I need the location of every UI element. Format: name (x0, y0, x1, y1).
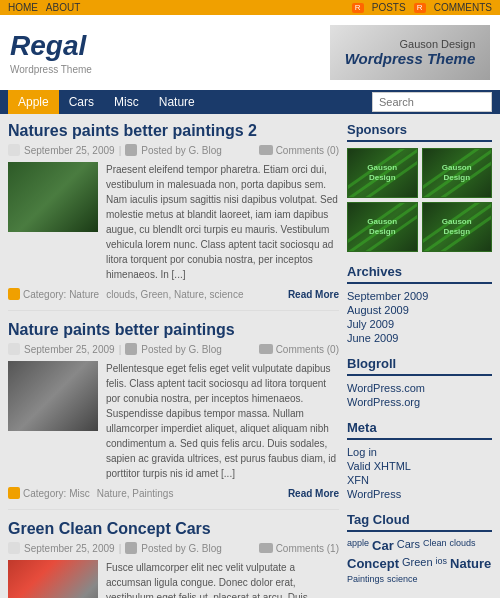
calendar-icon-1 (8, 144, 20, 156)
archives-title: Archives (347, 264, 492, 284)
sponsor-3-text: GausonDesign (367, 217, 397, 236)
nav: Apple Cars Misc Nature (0, 90, 500, 114)
archive-jun2009[interactable]: June 2009 (347, 332, 492, 344)
archive-list: September 2009 August 2009 July 2009 Jun… (347, 290, 492, 344)
post-1-date: September 25, 2009 (24, 145, 115, 156)
cat-icon-1 (8, 288, 20, 300)
tag-concept[interactable]: Concept (347, 556, 399, 571)
sidebar: Sponsors GausonDesign Ga (347, 122, 492, 598)
post-2-text: Pellentesque eget felis eget velit vulpu… (106, 361, 339, 481)
tag-cars[interactable]: Cars (397, 538, 420, 553)
meta-section: Meta Log in Valid XHTML XFN WordPress (347, 420, 492, 500)
sponsor-grid: GausonDesign GausonDesign (347, 148, 492, 252)
post-1-title[interactable]: Natures paints better paintings 2 (8, 122, 339, 140)
post-1-author: Posted by G. Blog (141, 145, 222, 156)
post-2-date: September 25, 2009 (24, 344, 115, 355)
post-3-thumb (8, 560, 98, 598)
top-bar-right: R POSTS R COMMENTS (352, 2, 492, 13)
meta-xhtml[interactable]: Valid XHTML (347, 460, 492, 472)
tag-paintings[interactable]: Paintings (347, 574, 384, 584)
posts-link[interactable]: POSTS (372, 2, 406, 13)
calendar-icon-3 (8, 542, 20, 554)
archive-sep2009[interactable]: September 2009 (347, 290, 492, 302)
logo-subtitle: Wordpress Theme (10, 64, 92, 75)
comment-icon-2 (259, 344, 273, 354)
meta-xfn[interactable]: XFN (347, 474, 492, 486)
nav-nature[interactable]: Nature (149, 90, 205, 114)
post-3: Green Clean Concept Cars September 25, 2… (8, 520, 339, 598)
about-link[interactable]: ABOUT (46, 2, 80, 13)
user-icon-1 (125, 144, 137, 156)
post-1-readmore[interactable]: Read More (288, 289, 339, 300)
post-2-content: Pellentesque eget felis eget velit vulpu… (8, 361, 339, 481)
search-input[interactable] (372, 92, 492, 112)
blogroll-title: Blogroll (347, 356, 492, 376)
post-1-text: Praesent eleifend tempor pharetra. Etiam… (106, 162, 339, 282)
post-3-comments: Comments (1) (259, 543, 339, 554)
post-2-readmore[interactable]: Read More (288, 488, 339, 499)
post-2: Nature paints better paintings September… (8, 321, 339, 510)
post-2-title[interactable]: Nature paints better paintings (8, 321, 339, 339)
post-3-meta: September 25, 2009 | Posted by G. Blog C… (8, 542, 339, 554)
user-icon-2 (125, 343, 137, 355)
tag-nature[interactable]: Nature (450, 556, 491, 571)
tag-clouds[interactable]: clouds (449, 538, 475, 553)
sponsor-1[interactable]: GausonDesign (347, 148, 418, 198)
post-1-meta: September 25, 2009 | Posted by G. Blog C… (8, 144, 339, 156)
post-2-cat: Category: Misc Nature, Paintings (8, 487, 173, 499)
home-link[interactable]: HOME (8, 2, 38, 13)
sponsor-2-text: GausonDesign (442, 163, 472, 182)
blogroll-wporg[interactable]: WordPress.org (347, 396, 492, 408)
cat-icon-2 (8, 487, 20, 499)
comment-icon-3 (259, 543, 273, 553)
comment-icon-1 (259, 145, 273, 155)
meta-title: Meta (347, 420, 492, 440)
sponsor-3[interactable]: GausonDesign (347, 202, 418, 252)
nav-apple[interactable]: Apple (8, 90, 59, 114)
blogroll-list: WordPress.com WordPress.org (347, 382, 492, 408)
post-1: Natures paints better paintings 2 Septem… (8, 122, 339, 311)
logo: Regal Wordpress Theme (10, 30, 92, 76)
post-1-thumb (8, 162, 98, 232)
banner-line2: Wordpress Theme (345, 50, 476, 67)
post-2-thumb (8, 361, 98, 431)
logo-banner: Gauson Design Wordpress Theme (330, 25, 490, 80)
post-1-footer: Category: Nature clouds, Green, Nature, … (8, 288, 339, 300)
blogroll-wpcom[interactable]: WordPress.com (347, 382, 492, 394)
tag-green[interactable]: Green (402, 556, 433, 571)
logo-area: Regal Wordpress Theme Gauson Design Word… (0, 15, 500, 90)
tag-science[interactable]: science (387, 574, 418, 584)
rss-icon2: R (414, 3, 426, 13)
tag-ios[interactable]: ios (436, 556, 448, 571)
archive-aug2009[interactable]: August 2009 (347, 304, 492, 316)
archive-jul2009[interactable]: July 2009 (347, 318, 492, 330)
post-3-title[interactable]: Green Clean Concept Cars (8, 520, 339, 538)
meta-login[interactable]: Log in (347, 446, 492, 458)
nav-cars[interactable]: Cars (59, 90, 104, 114)
meta-list: Log in Valid XHTML XFN WordPress (347, 446, 492, 500)
tag-clean[interactable]: Clean (423, 538, 447, 553)
top-bar: HOME ABOUT R POSTS R COMMENTS (0, 0, 500, 15)
post-2-meta: September 25, 2009 | Posted by G. Blog C… (8, 343, 339, 355)
sponsor-4[interactable]: GausonDesign (422, 202, 493, 252)
banner-line1: Gauson Design (345, 38, 476, 50)
meta-wordpress[interactable]: WordPress (347, 488, 492, 500)
sponsors-section: Sponsors GausonDesign Ga (347, 122, 492, 252)
comments-link[interactable]: COMMENTS (434, 2, 492, 13)
post-3-author: Posted by G. Blog (141, 543, 222, 554)
blogroll-section: Blogroll WordPress.com WordPress.org (347, 356, 492, 408)
tag-cloud: apple Car Cars Clean clouds Concept Gree… (347, 538, 492, 584)
post-3-content: Fusce ullamcorper elit nec velit vulputa… (8, 560, 339, 598)
post-1-cat: Category: Nature clouds, Green, Nature, … (8, 288, 243, 300)
tag-apple[interactable]: apple (347, 538, 369, 553)
nav-links: Apple Cars Misc Nature (8, 90, 205, 114)
post-2-comments: Comments (0) (259, 344, 339, 355)
tag-car[interactable]: Car (372, 538, 394, 553)
user-icon-3 (125, 542, 137, 554)
sponsor-2[interactable]: GausonDesign (422, 148, 493, 198)
post-3-date: September 25, 2009 (24, 543, 115, 554)
calendar-icon-2 (8, 343, 20, 355)
nav-misc[interactable]: Misc (104, 90, 149, 114)
content: Natures paints better paintings 2 Septem… (8, 122, 339, 598)
post-1-comments: Comments (0) (259, 145, 339, 156)
